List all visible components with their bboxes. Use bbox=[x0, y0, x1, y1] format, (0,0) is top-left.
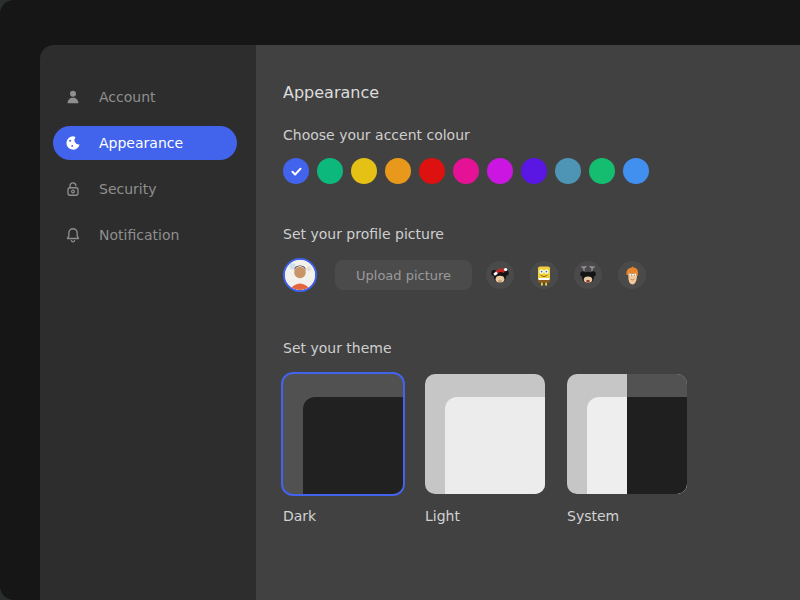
upload-picture-button[interactable]: Upload picture bbox=[335, 260, 472, 290]
accent-color-swatch[interactable] bbox=[283, 158, 309, 184]
accent-color-swatch[interactable] bbox=[555, 158, 581, 184]
current-profile-picture[interactable] bbox=[283, 258, 317, 292]
page-title: Appearance bbox=[283, 83, 800, 102]
theme-preview-dark bbox=[283, 374, 403, 494]
accent-color-swatch[interactable] bbox=[487, 158, 513, 184]
lock-icon bbox=[63, 179, 83, 199]
sidebar-item-appearance[interactable]: Appearance bbox=[53, 126, 237, 160]
accent-color-row bbox=[283, 158, 800, 184]
fry-image bbox=[620, 263, 644, 287]
man-portrait-image bbox=[285, 260, 315, 290]
theme-option-system[interactable]: System bbox=[567, 374, 687, 524]
theme-preview-inner bbox=[303, 397, 403, 494]
accent-color-swatch[interactable] bbox=[317, 158, 343, 184]
theme-preview-light bbox=[425, 374, 545, 494]
palette-icon bbox=[63, 133, 83, 153]
theme-option-label: System bbox=[567, 508, 687, 524]
settings-window: Account Appearance Security Notification bbox=[0, 0, 800, 600]
sidebar-item-notification[interactable]: Notification bbox=[53, 218, 237, 252]
theme-preview-inner bbox=[445, 397, 545, 494]
mickey-antlers-image bbox=[576, 263, 600, 287]
theme-preview-dark-half-inner bbox=[627, 397, 687, 494]
bell-icon bbox=[63, 225, 83, 245]
sidebar-item-label: Security bbox=[99, 181, 157, 197]
spongebob-image bbox=[532, 263, 556, 287]
avatar-option-fry[interactable] bbox=[618, 261, 646, 289]
main-content: Appearance Choose your accent colour Set… bbox=[256, 45, 800, 600]
sidebar-item-account[interactable]: Account bbox=[53, 80, 237, 114]
desktop-background: Account Appearance Security Notification bbox=[0, 0, 800, 600]
accent-color-swatch[interactable] bbox=[521, 158, 547, 184]
check-icon bbox=[289, 164, 304, 179]
avatar-option-spongebob[interactable] bbox=[530, 261, 558, 289]
accent-color-swatch[interactable] bbox=[453, 158, 479, 184]
accent-color-swatch[interactable] bbox=[385, 158, 411, 184]
sidebar-item-label: Appearance bbox=[99, 135, 183, 151]
sidebar: Account Appearance Security Notification bbox=[40, 45, 256, 600]
profile-picture-row: Upload picture bbox=[283, 255, 800, 295]
theme-option-label: Light bbox=[425, 508, 545, 524]
theme-options-row: Dark Light System bbox=[283, 374, 800, 524]
avatar-option-mickey-antlers[interactable] bbox=[574, 261, 602, 289]
accent-section-label: Choose your accent colour bbox=[283, 127, 800, 143]
accent-color-swatch[interactable] bbox=[623, 158, 649, 184]
sidebar-item-label: Notification bbox=[99, 227, 179, 243]
theme-option-dark[interactable]: Dark bbox=[283, 374, 403, 524]
mickey-santa-image bbox=[488, 263, 512, 287]
accent-color-swatch[interactable] bbox=[589, 158, 615, 184]
accent-color-swatch[interactable] bbox=[419, 158, 445, 184]
theme-option-label: Dark bbox=[283, 508, 403, 524]
avatar-option-mickey-santa[interactable] bbox=[486, 261, 514, 289]
theme-option-light[interactable]: Light bbox=[425, 374, 545, 524]
accent-color-swatch[interactable] bbox=[351, 158, 377, 184]
sidebar-item-security[interactable]: Security bbox=[53, 172, 237, 206]
sidebar-item-label: Account bbox=[99, 89, 156, 105]
profile-section-label: Set your profile picture bbox=[283, 226, 800, 242]
theme-section-label: Set your theme bbox=[283, 340, 800, 356]
theme-preview-system bbox=[567, 374, 687, 494]
user-icon bbox=[63, 87, 83, 107]
theme-preview-dark-half bbox=[627, 374, 687, 397]
